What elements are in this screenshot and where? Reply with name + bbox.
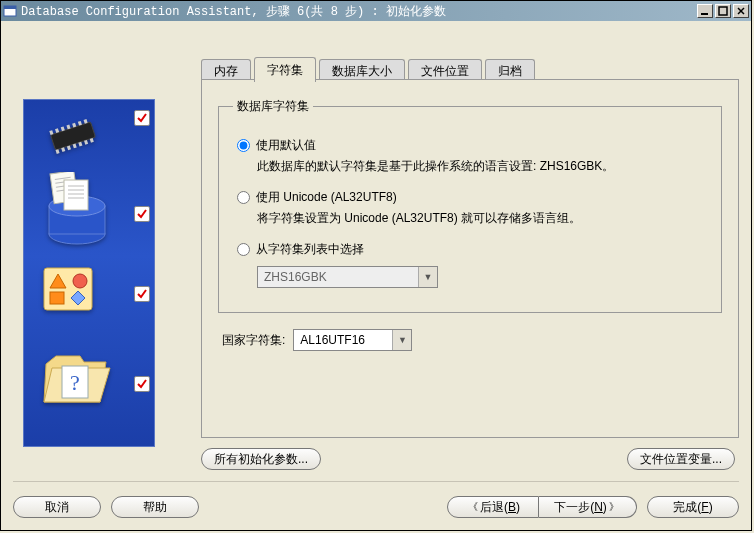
next-text: 下一步 <box>554 499 590 516</box>
charset-dropdown[interactable]: ZHS16GBK ▼ <box>257 266 438 288</box>
national-charset-row: 国家字符集: AL16UTF16 ▼ <box>222 329 722 351</box>
help-button[interactable]: 帮助 <box>111 496 199 518</box>
check-icon <box>134 206 150 222</box>
back-accel: B <box>508 500 516 514</box>
radio-default-input[interactable] <box>237 139 250 152</box>
chevron-down-icon: ▼ <box>418 267 437 287</box>
check-icon <box>134 110 150 126</box>
cancel-button[interactable]: 取消 <box>13 496 101 518</box>
national-charset-value: AL16UTF16 <box>294 333 392 347</box>
check-icon <box>134 376 150 392</box>
national-charset-dropdown[interactable]: AL16UTF16 ▼ <box>293 329 412 351</box>
window-buttons <box>695 4 749 18</box>
tab-charset[interactable]: 字符集 <box>254 57 316 82</box>
titlebar: Database Configuration Assistant, 步骤 6(共… <box>1 1 751 21</box>
chevron-left-icon: 《 <box>466 500 480 514</box>
wizard-sidebar: ? <box>23 99 155 447</box>
sidebar-step-2 <box>24 206 154 222</box>
svg-rect-1 <box>4 6 16 9</box>
radio-default-desc: 此数据库的默认字符集是基于此操作系统的语言设置: ZHS16GBK。 <box>257 158 707 175</box>
minimize-button[interactable] <box>697 4 713 18</box>
back-text: 后退 <box>480 499 504 516</box>
db-charset-group: 数据库字符集 使用默认值 此数据库的默认字符集是基于此操作系统的语言设置: ZH… <box>218 98 722 313</box>
radio-unicode-input[interactable] <box>237 191 250 204</box>
next-accel: N <box>594 500 603 514</box>
radio-list-label: 从字符集列表中选择 <box>256 241 364 258</box>
svg-rect-3 <box>719 7 727 15</box>
chevron-down-icon: ▼ <box>392 330 411 350</box>
radio-default[interactable]: 使用默认值 <box>237 137 703 154</box>
radio-unicode[interactable]: 使用 Unicode (AL32UTF8) <box>237 189 703 206</box>
chevron-right-icon: 》 <box>607 500 621 514</box>
window-root: Database Configuration Assistant, 步骤 6(共… <box>0 0 752 531</box>
next-button[interactable]: 下一步(N) 》 <box>539 496 637 518</box>
radio-unicode-desc: 将字符集设置为 Unicode (AL32UTF8) 就可以存储多语言组。 <box>257 210 707 227</box>
national-charset-label: 国家字符集: <box>222 332 285 349</box>
back-button[interactable]: 《 后退(B) <box>447 496 539 518</box>
window-title: Database Configuration Assistant, 步骤 6(共… <box>21 3 695 20</box>
finish-accel: F <box>701 500 708 514</box>
sidebar-step-3 <box>24 286 154 302</box>
check-icon <box>134 286 150 302</box>
db-charset-legend: 数据库字符集 <box>233 98 313 115</box>
sidebar-step-4 <box>24 376 154 392</box>
client-area: ? 内存 字符集 数据库大小 文件位置 归档 数据库字符集 使用默认值 <box>1 21 751 530</box>
sidebar-step-1 <box>24 110 154 126</box>
finish-button[interactable]: 完成(F) <box>647 496 739 518</box>
finish-text: 完成 <box>673 499 697 516</box>
back-next-group: 《 后退(B) 下一步(N) 》 <box>447 496 637 518</box>
all-init-params-button[interactable]: 所有初始化参数... <box>201 448 321 470</box>
wizard-nav: 取消 帮助 《 后退(B) 下一步(N) 》 完成(F) <box>13 481 739 522</box>
maximize-button[interactable] <box>715 4 731 18</box>
file-location-vars-button[interactable]: 文件位置变量... <box>627 448 735 470</box>
radio-default-label: 使用默认值 <box>256 137 316 154</box>
radio-list[interactable]: 从字符集列表中选择 <box>237 241 703 258</box>
svg-rect-2 <box>701 13 708 15</box>
close-button[interactable] <box>733 4 749 18</box>
app-icon <box>3 4 17 18</box>
charset-panel: 数据库字符集 使用默认值 此数据库的默认字符集是基于此操作系统的语言设置: ZH… <box>201 79 739 438</box>
charset-dropdown-value: ZHS16GBK <box>258 270 418 284</box>
radio-unicode-label: 使用 Unicode (AL32UTF8) <box>256 189 397 206</box>
radio-list-input[interactable] <box>237 243 250 256</box>
